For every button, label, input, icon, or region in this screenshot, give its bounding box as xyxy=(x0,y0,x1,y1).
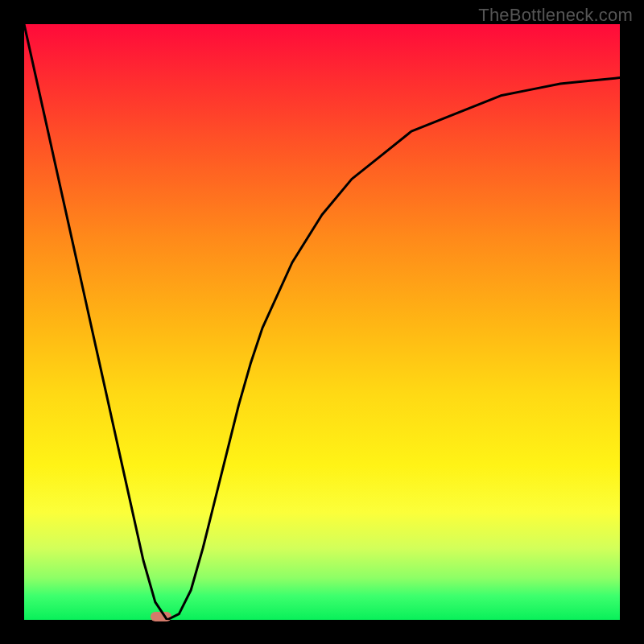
bottleneck-curve xyxy=(24,24,620,620)
plot-area xyxy=(24,24,620,620)
chart-frame: TheBottleneck.com xyxy=(0,0,644,644)
watermark-label: TheBottleneck.com xyxy=(478,5,633,26)
